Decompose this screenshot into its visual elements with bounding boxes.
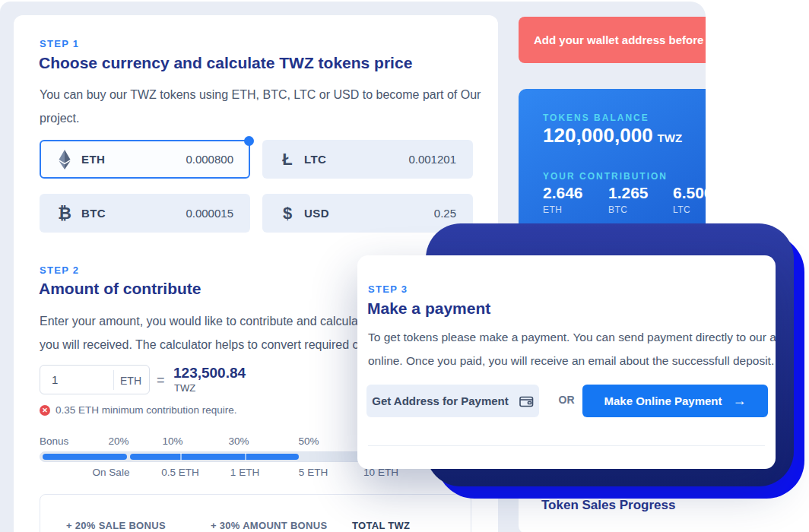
- ethereum-icon: [56, 150, 73, 169]
- equals-sign: =: [157, 372, 165, 388]
- result-unit: TWZ: [174, 382, 195, 394]
- currency-code: USD: [304, 207, 329, 220]
- step3-label: STEP 3: [368, 283, 408, 295]
- step2-description: Enter your amount, you would like to con…: [40, 309, 370, 356]
- step2-title: Amount of contribute: [39, 280, 201, 298]
- progress-segment: [130, 454, 299, 460]
- selected-indicator-dot: [244, 136, 254, 146]
- tokens-balance-label: TOKENS BALANCE: [543, 112, 649, 123]
- scale-label: 0.5 ETH: [161, 467, 199, 478]
- currency-code: BTC: [81, 207, 106, 220]
- currency-rate: 0.000015: [186, 207, 233, 220]
- amount-bonus-label: + 30% AMOUNT BONUS: [211, 520, 327, 531]
- result-value: 123,500.84: [173, 365, 246, 382]
- tokens-balance-card: TOKENS BALANCE 120,000,000TWZ YOUR CONTR…: [519, 89, 706, 235]
- card-divider: [368, 445, 765, 446]
- get-address-button[interactable]: Get Address for Payment: [366, 385, 539, 417]
- bonus-row-title: Bonus: [40, 435, 68, 447]
- bonus-summary-box: + 20% SALE BONUS + 30% AMOUNT BONUS TOTA…: [40, 494, 471, 532]
- scale-label: On Sale: [93, 467, 130, 478]
- dollar-icon: $: [279, 204, 296, 223]
- sales-progress-title: Token Sales Progress: [541, 498, 675, 513]
- bonus-percent: 20%: [108, 435, 128, 447]
- progress-tick: [180, 453, 182, 461]
- contribution-label: YOUR CONTRIBUTION: [543, 171, 668, 182]
- total-twz-label: TOTAL TWZ: [352, 520, 410, 531]
- scale-label: 1 ETH: [230, 467, 259, 478]
- alert-message: Add your wallet address before buy: [534, 33, 706, 46]
- progress-segment: [43, 454, 127, 460]
- currency-rate: 0.25: [434, 207, 456, 220]
- step1-description: You can buy our TWZ tokens using ETH, BT…: [40, 83, 481, 130]
- currency-code: ETH: [81, 153, 105, 166]
- contribution-btc: 1.265 BTC: [608, 184, 649, 215]
- tokens-balance-amount: 120,000,000TWZ: [543, 124, 682, 147]
- error-icon: ✕: [40, 405, 50, 416]
- sale-bonus-label: + 20% SALE BONUS: [66, 520, 166, 531]
- currency-code: LTC: [304, 153, 326, 166]
- input-divider: [113, 370, 114, 390]
- contribution-ltc: 6.500 LTC: [673, 184, 706, 215]
- currency-rate: 0.001201: [408, 153, 456, 166]
- currency-rate: 0.000800: [186, 153, 233, 166]
- arrow-right-icon: →: [733, 393, 747, 409]
- payment-card: STEP 3 Make a payment To get tokens plea…: [357, 255, 776, 469]
- progress-tick: [245, 453, 246, 461]
- currency-tile-usd[interactable]: $ USD 0.25: [262, 194, 473, 233]
- bonus-percent: 50%: [298, 435, 319, 447]
- validation-error: ✕ 0.35 ETH minimum contribution require.: [40, 404, 237, 416]
- wallet-icon: [519, 395, 534, 407]
- step1-title: Choose currency and calculate TWZ tokens…: [39, 54, 412, 72]
- amount-unit-label: ETH: [120, 375, 141, 387]
- or-separator: OR: [559, 394, 575, 406]
- bonus-percent: 10%: [162, 435, 182, 447]
- litecoin-icon: Ł: [279, 150, 296, 169]
- make-online-payment-button[interactable]: Make Online Payment →: [582, 385, 768, 417]
- error-message: 0.35 ETH minimum contribution require.: [56, 404, 237, 416]
- step1-label: STEP 1: [40, 38, 79, 49]
- step2-label: STEP 2: [40, 264, 79, 276]
- scale-label: 5 ETH: [299, 467, 328, 478]
- currency-tile-eth[interactable]: ETH 0.000800: [40, 140, 250, 179]
- bitcoin-icon: ₿: [56, 204, 73, 223]
- contribution-eth: 2.646 ETH: [543, 184, 583, 215]
- step3-title: Make a payment: [367, 299, 490, 318]
- bonus-percent: 30%: [228, 435, 249, 447]
- currency-tile-ltc[interactable]: Ł LTC 0.001201: [262, 140, 473, 179]
- wallet-alert-banner[interactable]: Add your wallet address before buy: [519, 17, 706, 63]
- step3-description: To get tokens please make a payment. You…: [368, 325, 776, 372]
- app-canvas: STEP 1 Choose currency and calculate TWZ…: [0, 0, 809, 532]
- currency-tile-btc[interactable]: ₿ BTC 0.000015: [40, 194, 250, 233]
